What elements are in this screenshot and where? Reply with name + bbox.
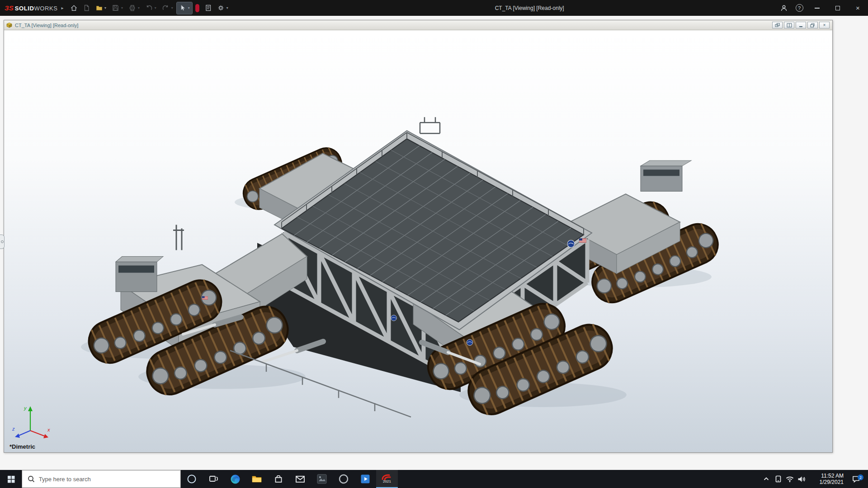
view-orientation-label: *Dimetric <box>9 443 35 450</box>
tile-button[interactable] <box>784 22 794 28</box>
action-center-button[interactable]: 2 <box>846 475 865 483</box>
brand-works-text: WORKS <box>34 5 57 12</box>
edge-icon <box>230 474 241 484</box>
options-caret-icon: ▼ <box>226 6 229 9</box>
redo-button[interactable]: ▼ <box>160 2 175 14</box>
close-button[interactable]: × <box>848 0 868 16</box>
doc-restore-icon <box>810 23 816 28</box>
store-icon <box>274 475 283 483</box>
maximize-button[interactable] <box>827 0 848 16</box>
taskbar-movies-button[interactable] <box>354 470 376 488</box>
app-titlebar: ЗS SOLID WORKS ▸ ▼ ▼ ▼ <box>0 0 868 16</box>
taskbar: 2021 11:52 AM 1/29/2021 2 <box>0 470 868 488</box>
photos-icon <box>317 474 327 484</box>
graphics-viewport[interactable]: y x z *Dimetric <box>4 30 832 452</box>
taskbar-solidworks-button[interactable]: 2021 <box>376 470 398 488</box>
select-cursor-icon <box>179 4 186 12</box>
document-window: CT_TA [Viewing] [Read-only] × <box>4 20 833 453</box>
part-document-icon <box>6 22 13 28</box>
print-icon <box>128 4 136 12</box>
open-button[interactable]: ▼ <box>94 2 109 14</box>
taskbar-photos-button[interactable] <box>311 470 333 488</box>
home-icon <box>70 4 78 12</box>
save-icon <box>112 4 119 12</box>
document-window-buttons: × <box>772 22 830 28</box>
doc-minimize-icon <box>798 23 804 28</box>
open-caret-icon: ▼ <box>104 6 107 9</box>
chevron-up-icon <box>763 476 769 482</box>
select-caret-icon: ▼ <box>187 6 190 9</box>
system-tray: 11:52 AM 1/29/2021 2 <box>760 470 868 488</box>
file-properties-button[interactable] <box>203 2 214 14</box>
taskbar-clock[interactable]: 11:52 AM 1/29/2021 <box>807 473 846 485</box>
crawler-transporter-model[interactable] <box>4 30 832 452</box>
taskbar-store-button[interactable] <box>268 470 289 488</box>
panel-collapse-tab[interactable] <box>0 235 5 249</box>
help-button[interactable]: ? <box>792 0 807 16</box>
phone-tray-button[interactable] <box>772 470 784 488</box>
doc-restore-button[interactable] <box>807 22 818 28</box>
new-document-icon <box>83 4 90 12</box>
taskbar-mail-button[interactable] <box>289 470 311 488</box>
file-explorer-icon <box>252 475 262 483</box>
new-document-button[interactable] <box>81 2 92 14</box>
file-properties-icon <box>204 4 212 12</box>
options-button[interactable]: ▼ <box>215 2 231 14</box>
triad-x-label: x <box>47 427 50 432</box>
hidden-icons-button[interactable] <box>760 470 772 488</box>
redo-icon <box>162 4 170 12</box>
taskbar-file-explorer-button[interactable] <box>246 470 268 488</box>
account-button[interactable] <box>776 0 792 16</box>
open-folder-icon <box>95 4 103 12</box>
select-tool-button[interactable]: ▼ <box>177 2 192 14</box>
qat-expand-arrow-icon[interactable]: ▸ <box>61 5 64 10</box>
taskbar-search[interactable] <box>22 470 181 488</box>
taskbar-cortana-button[interactable] <box>181 470 203 488</box>
movies-tv-icon <box>360 474 370 484</box>
triad-z-label: z <box>12 426 15 432</box>
window-title: CT_TA [Viewing] [Read-only] <box>495 5 564 11</box>
cortana-icon <box>187 474 197 484</box>
network-tray-button[interactable] <box>784 470 796 488</box>
wifi-icon <box>786 476 794 483</box>
print-button[interactable]: ▼ <box>127 2 142 14</box>
gear-icon <box>217 4 225 12</box>
minimize-icon <box>815 8 820 9</box>
search-input[interactable] <box>39 476 175 483</box>
windows-logo-icon <box>7 475 15 483</box>
skype-icon <box>339 474 349 484</box>
minimize-button[interactable] <box>807 0 827 16</box>
undo-caret-icon: ▼ <box>154 6 157 9</box>
3dexperience-icon <box>195 4 199 12</box>
volume-tray-button[interactable] <box>796 470 807 488</box>
solidworks-logo: ЗS SOLID WORKS <box>0 4 61 12</box>
task-view-icon <box>209 475 218 483</box>
triad-y-label: y <box>24 405 27 411</box>
phone-icon <box>775 475 781 483</box>
taskbar-skype-button[interactable] <box>333 470 354 488</box>
start-button[interactable] <box>0 470 22 488</box>
cascade-button[interactable] <box>772 22 783 28</box>
cascade-icon <box>775 23 780 28</box>
3dexperience-button[interactable] <box>193 2 201 14</box>
undo-icon <box>145 4 153 12</box>
home-button[interactable] <box>68 2 80 14</box>
save-button[interactable]: ▼ <box>110 2 125 14</box>
solidworks-version-badge: 2021 <box>383 480 391 483</box>
search-icon <box>28 475 34 483</box>
doc-minimize-button[interactable] <box>796 22 806 28</box>
clock-time: 11:52 AM <box>808 473 844 479</box>
desktop: ЗS SOLID WORKS ▸ ▼ ▼ ▼ <box>0 0 868 488</box>
brand-solid-text: SOLID <box>15 5 34 12</box>
speaker-icon <box>797 476 806 483</box>
tile-icon <box>787 23 792 28</box>
clock-date: 1/29/2021 <box>808 479 844 485</box>
taskbar-edge-button[interactable] <box>224 470 246 488</box>
doc-close-button[interactable]: × <box>819 22 830 28</box>
orientation-triad[interactable]: y x z <box>10 403 52 441</box>
undo-button[interactable]: ▼ <box>143 2 159 14</box>
mail-icon <box>296 476 305 483</box>
document-titlebar[interactable]: CT_TA [Viewing] [Read-only] × <box>4 20 832 30</box>
taskbar-task-view-button[interactable] <box>203 470 224 488</box>
account-icon <box>780 4 788 12</box>
